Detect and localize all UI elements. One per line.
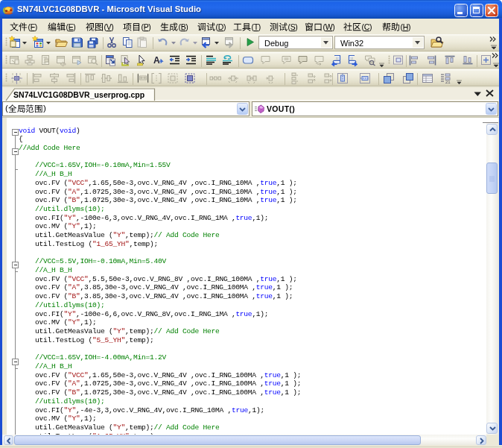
svg-text:21: 21	[445, 80, 451, 84]
svg-text:A: A	[153, 55, 160, 66]
